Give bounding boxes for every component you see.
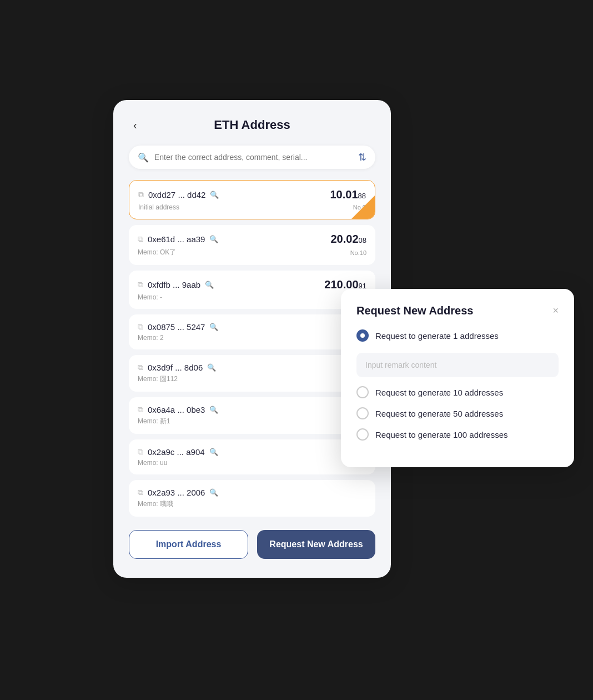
- search-address-icon[interactable]: 🔍: [207, 363, 216, 372]
- copy-icon[interactable]: ⧉: [138, 190, 144, 199]
- address-list: ⧉0xdd27 ... dd42🔍10.0188Initial addressN…: [129, 180, 375, 517]
- address-text: 0x6a4a ... 0be3: [148, 405, 205, 414]
- memo-text: Memo: OK了: [138, 248, 176, 257]
- memo-text: Memo: 圆112: [138, 374, 178, 384]
- address-item[interactable]: ⧉0x2a93 ... 2006🔍Memo: 哦哦: [129, 480, 375, 517]
- search-bar: 🔍 ⇅: [129, 146, 375, 169]
- remark-input[interactable]: [356, 353, 559, 377]
- address-item[interactable]: ⧉0x6a4a ... 0be3🔍Memo: 新1: [129, 397, 375, 434]
- amount-main: 20.02: [330, 233, 358, 246]
- radio-option[interactable]: Request to generate 1 addresses: [356, 329, 559, 342]
- radio-option[interactable]: Request to generate 50 addresses: [356, 407, 559, 419]
- active-corner-badge: [351, 196, 375, 219]
- memo-text: Memo: uu: [138, 459, 167, 467]
- radio-circle: [356, 428, 369, 441]
- request-new-address-button[interactable]: Request New Address: [257, 530, 375, 559]
- modal-options: Request to generate 1 addressesRequest t…: [356, 329, 559, 441]
- back-button[interactable]: ‹: [129, 117, 142, 134]
- bottom-actions: Import Address Request New Address: [129, 530, 375, 559]
- address-text: 0xfdfb ... 9aab: [148, 280, 200, 289]
- copy-icon[interactable]: ⧉: [138, 234, 143, 244]
- import-address-button[interactable]: Import Address: [129, 530, 248, 559]
- radio-circle: [356, 386, 369, 398]
- address-text: 0x0875 ... 5247: [148, 322, 205, 332]
- modal-dialog: Request New Address × Request to generat…: [341, 289, 574, 467]
- radio-label: Request to generate 100 addresses: [375, 430, 508, 439]
- radio-option[interactable]: Request to generate 10 addresses: [356, 386, 559, 398]
- search-address-icon[interactable]: 🔍: [210, 191, 219, 199]
- radio-circle: [356, 407, 369, 419]
- copy-icon[interactable]: ⧉: [138, 363, 143, 372]
- address-text: 0xdd27 ... dd42: [148, 190, 205, 199]
- address-item[interactable]: ⧉0xe61d ... aa39🔍20.0208Memo: OK了No.10: [129, 225, 375, 265]
- memo-text: Memo: 新1: [138, 417, 170, 426]
- search-address-icon[interactable]: 🔍: [209, 235, 218, 243]
- search-address-icon[interactable]: 🔍: [209, 406, 218, 414]
- filter-button[interactable]: ⇅: [358, 151, 366, 163]
- address-text: 0x2a93 ... 2006: [148, 488, 205, 497]
- address-item[interactable]: ⧉0x0875 ... 5247🔍Memo: 2: [129, 314, 375, 349]
- address-text: 0xe61d ... aa39: [148, 234, 205, 244]
- modal-close-button[interactable]: ×: [552, 305, 559, 317]
- search-icon: 🔍: [138, 152, 149, 163]
- copy-icon[interactable]: ⧉: [138, 280, 143, 289]
- search-address-icon[interactable]: 🔍: [209, 488, 218, 497]
- memo-text: Initial address: [138, 203, 179, 211]
- address-text: 0x3d9f ... 8d06: [148, 363, 203, 372]
- radio-label: Request to generate 10 addresses: [375, 388, 503, 397]
- address-item[interactable]: ⧉0x3d9f ... 8d06🔍Memo: 圆112: [129, 355, 375, 392]
- radio-label: Request to generate 50 addresses: [375, 409, 503, 418]
- radio-circle: [356, 329, 369, 342]
- search-address-icon[interactable]: 🔍: [205, 281, 214, 289]
- copy-icon[interactable]: ⧉: [138, 447, 143, 457]
- header: ‹ ETH Address: [129, 118, 375, 132]
- amount-small: 08: [359, 236, 366, 244]
- address-item[interactable]: ⧉0x2a9c ... a904🔍Memo: uu: [129, 439, 375, 474]
- address-item[interactable]: ⧉0xdd27 ... dd42🔍10.0188Initial addressN…: [129, 180, 375, 219]
- page-title: ETH Address: [214, 118, 290, 132]
- radio-label: Request to generate 1 addresses: [375, 331, 499, 341]
- radio-option[interactable]: Request to generate 100 addresses: [356, 428, 559, 441]
- copy-icon[interactable]: ⧉: [138, 322, 143, 332]
- copy-icon[interactable]: ⧉: [138, 488, 143, 497]
- modal-title: Request New Address: [356, 304, 473, 317]
- address-item[interactable]: ⧉0xfdfb ... 9aab🔍210.0091Memo: -No.2: [129, 271, 375, 309]
- modal-header: Request New Address ×: [356, 304, 559, 317]
- search-address-icon[interactable]: 🔍: [209, 448, 218, 456]
- copy-icon[interactable]: ⧉: [138, 405, 143, 414]
- memo-text: Memo: -: [138, 293, 162, 301]
- search-input[interactable]: [154, 153, 353, 162]
- memo-text: Memo: 2: [138, 334, 164, 342]
- memo-text: Memo: 哦哦: [138, 499, 173, 509]
- number-badge: No.10: [350, 249, 366, 256]
- search-address-icon[interactable]: 🔍: [209, 323, 218, 331]
- address-text: 0x2a9c ... a904: [148, 447, 205, 457]
